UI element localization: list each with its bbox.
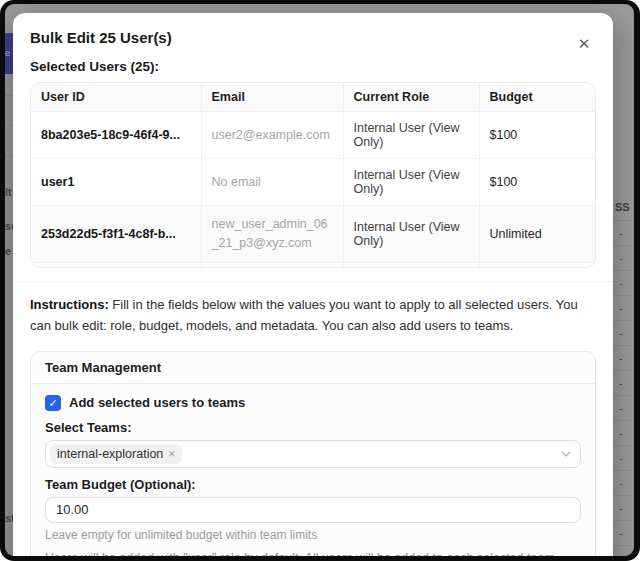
email-cell: inter (201, 262, 343, 268)
background-dash-cell: - (613, 271, 634, 296)
team-tag-label: internal-exploration (57, 447, 163, 461)
window-frame: e lt se e st SS ------------- Bulk Edit … (0, 0, 640, 561)
add-users-to-teams-checkbox[interactable]: ✓ (45, 395, 61, 411)
remove-tag-icon[interactable]: × (168, 447, 175, 461)
background-table-column: SS ------------- (613, 193, 634, 546)
page-overlay: e lt se e st SS ------------- Bulk Edit … (5, 4, 634, 556)
table-row: user1 No email Internal User (View Only)… (31, 159, 596, 206)
instructions-label: Instructions: (30, 297, 109, 312)
user-id-cell: 253d22d5-f3f1-4c8f-b... (31, 206, 201, 263)
user-id-cell: 5dbd2335-cdd6-47ca-b... (31, 262, 201, 268)
chevron-down-icon[interactable] (560, 448, 572, 460)
user-id-cell: 8ba203e5-18c9-46f4-9... (31, 112, 201, 159)
selected-users-table[interactable]: User ID Email Current Role Budget 8ba203… (30, 82, 596, 268)
selected-team-tag: internal-exploration × (50, 444, 182, 464)
user-id-cell: user1 (31, 159, 201, 206)
column-header-current-role: Current Role (343, 83, 479, 112)
background-dash-cell: - (613, 296, 634, 321)
budget-cell: Unlimited (479, 262, 596, 268)
background-text-fragment: e (5, 245, 11, 257)
background-dash-cell: - (613, 321, 634, 346)
table-header-row: User ID Email Current Role Budget (31, 83, 596, 112)
role-cell: Internal User (View Only) (343, 159, 479, 206)
background-dash-cell: - (613, 221, 634, 246)
background-dash-cell: - (613, 521, 634, 546)
background-dash-cell: - (613, 496, 634, 521)
budget-helper-text: Leave empty for unlimited budget within … (45, 528, 581, 542)
email-cell: user2@example.com (201, 112, 343, 159)
team-budget-input[interactable] (45, 497, 581, 523)
background-dash-cell: - (613, 396, 634, 421)
role-cell: Internal User (View Only) (343, 112, 479, 159)
background-dash-cell: - (613, 446, 634, 471)
email-cell: new_user_admin_06_21_p3@xyz.com (201, 206, 343, 263)
instructions-body: Fill in the fields below with the values… (30, 297, 578, 333)
team-management-card: Team Management ✓ Add selected users to … (30, 351, 596, 556)
background-column-header: SS (613, 193, 634, 221)
background-dash-cell: - (613, 421, 634, 446)
budget-cell: $100 (479, 159, 596, 206)
background-text-fragment: lt (5, 186, 12, 198)
select-teams-label: Select Teams: (45, 420, 581, 435)
column-header-user-id: User ID (31, 83, 201, 112)
column-header-budget: Budget (479, 83, 596, 112)
column-header-email: Email (201, 83, 343, 112)
table-row: 253d22d5-f3f1-4c8f-b... new_user_admin_0… (31, 206, 596, 263)
table-row: 8ba203e5-18c9-46f4-9... user2@example.co… (31, 112, 596, 159)
background-dash-cell: - (613, 246, 634, 271)
section-divider (13, 281, 613, 282)
close-icon[interactable]: ✕ (575, 35, 593, 53)
role-cell: Internal User (View Only) (343, 206, 479, 263)
table-row: 5dbd2335-cdd6-47ca-b... inter Internal U… (31, 262, 596, 268)
team-note-text: Users will be added with "user" role by … (45, 551, 581, 556)
background-dash-cell: - (613, 371, 634, 396)
team-budget-label: Team Budget (Optional): (45, 477, 581, 492)
background-dash-cell: - (613, 346, 634, 371)
email-cell: No email (201, 159, 343, 206)
modal-title: Bulk Edit 25 User(s) (30, 29, 596, 46)
instructions-text: Instructions: Fill in the fields below w… (30, 294, 596, 337)
add-users-to-teams-label: Add selected users to teams (69, 395, 245, 410)
background-dash-cell: - (613, 471, 634, 496)
selected-users-label: Selected Users (25): (30, 59, 596, 74)
bulk-edit-modal: Bulk Edit 25 User(s) ✕ Selected Users (2… (13, 13, 613, 556)
budget-cell: Unlimited (479, 206, 596, 263)
team-management-title: Team Management (31, 352, 595, 384)
select-teams-input[interactable]: internal-exploration × (45, 440, 581, 468)
role-cell: Internal User (View Only) (343, 262, 479, 268)
budget-cell: $100 (479, 112, 596, 159)
